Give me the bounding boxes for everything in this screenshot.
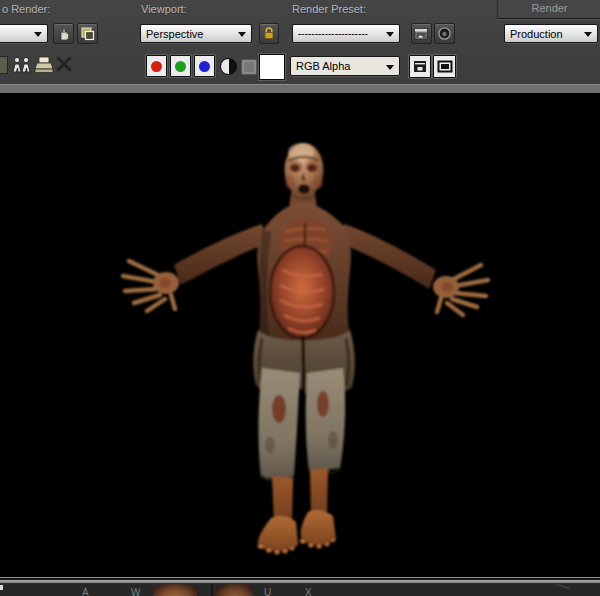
toggle-ui-button[interactable] [433,55,456,78]
render-setup-button[interactable] [411,23,432,44]
render-preset-select[interactable]: --------------------- [292,24,400,43]
viewport-label: Viewport: [141,3,187,15]
environment-icon [437,26,452,41]
background-color-swatch[interactable] [259,54,285,80]
channel-display-value: RGB Alpha [296,60,350,72]
text-fragment: A [82,586,89,596]
text-fragment: W [131,586,140,596]
blue-channel-button[interactable] [194,55,215,77]
render-viewport[interactable] [0,93,600,577]
render-window-toolbar: o Render: Viewport: Perspective [0,0,600,84]
screen-icon [437,60,453,73]
blue-channel-icon [199,61,210,72]
save-image-button[interactable] [0,56,8,74]
lock-viewport-button[interactable] [259,23,279,44]
bottom-window-strip[interactable]: A W U X [0,584,600,596]
ui-overlays-icon [413,60,427,73]
x-icon [56,56,72,72]
viewport-select[interactable]: Perspective [140,24,252,43]
area-to-render-select[interactable] [0,24,48,43]
chevron-down-icon [34,32,42,37]
green-channel-icon [175,61,186,72]
texture-thumbnail[interactable] [216,584,254,596]
text-fragment: U [264,586,271,596]
line-fragment [556,584,570,589]
text-fragment: X [305,586,312,596]
green-channel-button[interactable] [170,55,191,77]
render-preset-label: Render Preset: [292,3,366,15]
chevron-down-icon [238,32,246,37]
toggle-ui-overlays-button[interactable] [409,55,431,78]
thumbnail-divider [211,584,213,596]
render-button-label: Render [531,2,567,14]
area-to-render-label: o Render: [2,3,50,15]
render-preset-value: --------------------- [298,28,368,39]
environment-effects-button[interactable] [434,23,455,44]
zombie-render-image [0,93,600,577]
viewport-select-value: Perspective [146,28,203,40]
render-button[interactable]: Render [497,0,600,19]
lock-icon [263,27,275,40]
chevron-down-icon [584,32,592,37]
hand-icon [57,27,71,41]
print-image-button[interactable] [33,54,55,76]
alpha-channel-button[interactable] [241,59,257,75]
channel-display-select[interactable]: RGB Alpha [290,56,400,76]
clear-button[interactable] [55,55,73,73]
clone-window-button[interactable] [10,54,34,76]
monochrome-channel-button[interactable] [220,58,237,75]
edit-region-button[interactable] [53,23,74,44]
printer-icon [34,56,54,74]
render-setup-icon [414,27,429,41]
red-channel-button[interactable] [146,55,167,77]
layered-region-icon [81,27,95,41]
render-target-select[interactable]: Production [504,24,598,43]
window-edge-fragment [0,585,3,590]
chevron-down-icon [386,65,394,70]
toolbar-divider [0,84,600,93]
twin-figures-icon [11,56,33,74]
texture-thumbnail[interactable] [153,584,197,596]
chevron-down-icon [386,32,394,37]
render-target-value: Production [510,28,563,40]
auto-region-button[interactable] [77,23,98,44]
rendered-frame-window: o Render: Viewport: Perspective [0,0,600,596]
red-channel-icon [151,61,162,72]
